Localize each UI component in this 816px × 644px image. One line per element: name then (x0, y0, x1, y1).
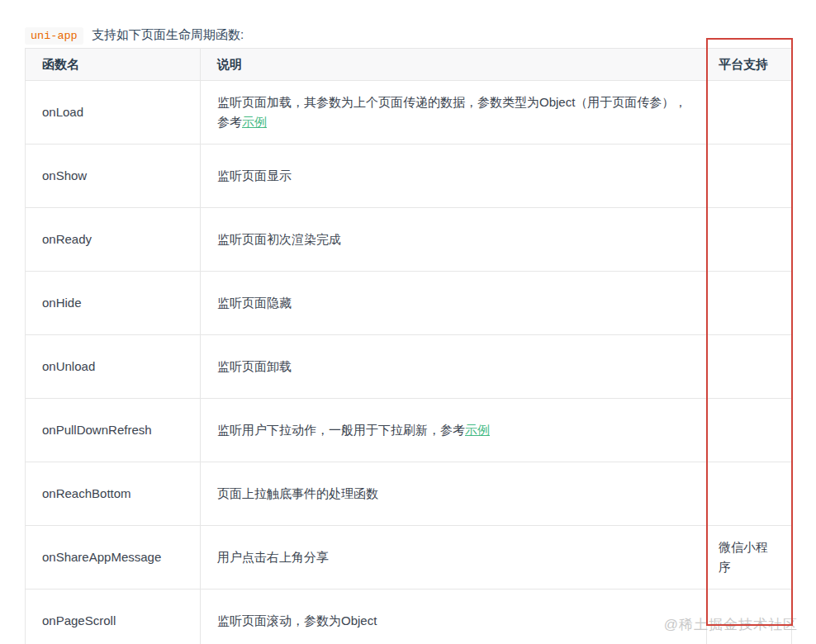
desc-text: 页面上拉触底事件的处理函数 (217, 486, 378, 500)
lifecycle-functions-table: 函数名 说明 平台支持 onLoad 监听页面加载，其参数为上个页面传递的数据，… (25, 48, 792, 644)
cell-description: 监听页面隐藏 (201, 272, 707, 335)
desc-text: 监听页面加载，其参数为上个页面传递的数据，参数类型为Object（用于页面传参）… (217, 95, 686, 129)
docs-page: uni-app 支持如下页面生命周期函数: 函数名 说明 平台支持 onLoad… (0, 0, 816, 644)
column-header-description: 说明 (201, 49, 707, 81)
cell-function-name: onShow (26, 144, 201, 208)
cell-function-name: onReady (26, 208, 201, 272)
cell-description: 监听页面卸载 (201, 335, 707, 399)
cell-function-name: onShareAppMessage (26, 526, 201, 590)
table-row: onShareAppMessage 用户点击右上角分享 微信小程序 (26, 526, 792, 590)
cell-function-name: onPullDownRefresh (26, 399, 201, 462)
desc-text: 用户点击右上角分享 (217, 550, 329, 564)
cell-description: 页面上拉触底事件的处理函数 (201, 462, 707, 526)
cell-platform (707, 399, 792, 462)
cell-description: 监听页面加载，其参数为上个页面传递的数据，参数类型为Object（用于页面传参）… (201, 81, 707, 144)
table-row: onReachBottom 页面上拉触底事件的处理函数 (26, 462, 792, 526)
desc-text: 监听用户下拉动作，一般用于下拉刷新，参考 (217, 423, 465, 437)
cell-platform (707, 81, 792, 144)
watermark: @稀土掘金技术社区 (664, 615, 798, 634)
cell-function-name: onReachBottom (26, 462, 201, 526)
intro-text: 支持如下页面生命周期函数: (92, 27, 244, 41)
table-row: onLoad 监听页面加载，其参数为上个页面传递的数据，参数类型为Object（… (26, 81, 792, 144)
desc-link[interactable]: 示例 (465, 423, 490, 437)
cell-description: 监听页面滚动，参数为Object (201, 590, 707, 644)
table-body: onLoad 监听页面加载，其参数为上个页面传递的数据，参数类型为Object（… (26, 81, 792, 644)
table-header: 函数名 说明 平台支持 (26, 49, 792, 81)
cell-platform (707, 144, 792, 208)
cell-platform (707, 335, 792, 399)
desc-text: 监听页面初次渲染完成 (217, 232, 341, 246)
intro-line: uni-app 支持如下页面生命周期函数: (25, 25, 244, 46)
column-header-platform-support: 平台支持 (707, 49, 792, 81)
table-row: onShow 监听页面显示 (26, 144, 792, 208)
desc-text: 监听页面隐藏 (217, 296, 292, 310)
cell-description: 监听用户下拉动作，一般用于下拉刷新，参考示例 (201, 399, 707, 462)
inline-code-uni-app: uni-app (25, 27, 83, 45)
cell-platform: 微信小程序 (707, 526, 792, 590)
desc-text: 监听页面显示 (217, 168, 292, 182)
cell-platform (707, 208, 792, 272)
table-row: onHide 监听页面隐藏 (26, 272, 792, 335)
desc-text: 监听页面卸载 (217, 359, 292, 373)
cell-function-name: onLoad (26, 81, 201, 144)
cell-function-name: onHide (26, 272, 201, 335)
cell-description: 监听页面显示 (201, 144, 707, 208)
column-header-function-name: 函数名 (26, 49, 201, 81)
cell-platform (707, 272, 792, 335)
cell-description: 用户点击右上角分享 (201, 526, 707, 590)
cell-platform (707, 462, 792, 526)
cell-function-name: onUnload (26, 335, 201, 399)
cell-description: 监听页面初次渲染完成 (201, 208, 707, 272)
desc-text: 监听页面滚动，参数为Object (217, 613, 377, 627)
table-row: onUnload 监听页面卸载 (26, 335, 792, 399)
cell-function-name: onPageScroll (26, 590, 201, 644)
desc-link[interactable]: 示例 (242, 115, 267, 129)
table-row: onReady 监听页面初次渲染完成 (26, 208, 792, 272)
table-row: onPullDownRefresh 监听用户下拉动作，一般用于下拉刷新，参考示例 (26, 399, 792, 462)
